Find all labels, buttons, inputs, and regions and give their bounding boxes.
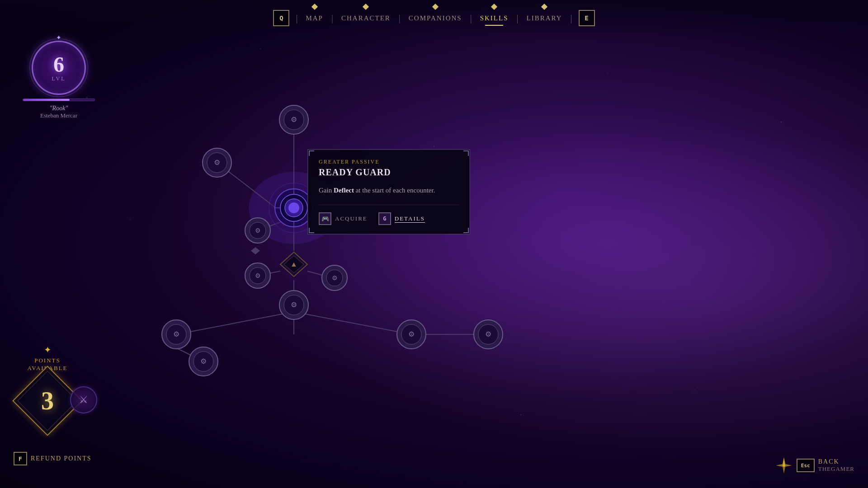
nav-key-e[interactable]: E	[579, 10, 595, 26]
svg-text:⚙: ⚙	[291, 116, 297, 123]
nav-item-map[interactable]: MAP	[300, 13, 329, 24]
xp-bar	[23, 99, 95, 101]
tooltip-type: GREATER PASSIVE	[319, 159, 459, 165]
acquire-icon: 🎮	[319, 212, 331, 225]
svg-text:⚙: ⚙	[485, 330, 491, 338]
character-panel: 6 LVL "Rook" Esteban Mercar	[23, 41, 95, 119]
skill-node-bottom-left-2[interactable]: ⚙	[189, 347, 218, 376]
corner-tr	[463, 150, 469, 156]
skill-node-bottomleft[interactable]: ⚙	[245, 218, 270, 243]
xp-bar-fill	[23, 99, 70, 101]
skill-tree-svg: ⚙ ⚙ ⚙	[0, 0, 868, 488]
nav-diamond-library	[541, 3, 547, 9]
nav-item-character[interactable]: CHARACTER	[336, 13, 396, 24]
acquire-action[interactable]: 🎮 ACQUIRE	[319, 212, 368, 225]
nav-sep-4: |	[470, 13, 472, 23]
tooltip-description: Gain Deflect at the start of each encoun…	[319, 185, 459, 196]
nav-sep-3: |	[399, 13, 401, 23]
svg-point-10	[288, 202, 299, 213]
nav-sep-2: |	[331, 13, 333, 23]
skill-node-bl-diamond[interactable]: ⚙	[245, 263, 270, 288]
nav-key-q[interactable]: Q	[273, 10, 289, 26]
points-panel: ✦ POINTS AVAILABLE 3	[23, 344, 72, 429]
skill-node-right[interactable]: ⚙	[397, 320, 426, 349]
nav-sep-6: |	[571, 13, 572, 23]
skill-node-left[interactable]: ⚙	[203, 148, 231, 177]
level-label: LVL	[52, 75, 66, 82]
svg-text:⚙: ⚙	[255, 227, 261, 234]
tooltip-divider	[319, 205, 459, 205]
svg-text:▲: ▲	[290, 260, 297, 268]
skill-node-top[interactable]: ⚙	[279, 105, 308, 134]
back-label: BACK	[818, 458, 854, 465]
compass-icon	[775, 456, 793, 474]
refund-key: F	[14, 452, 27, 465]
connector-arrow	[251, 247, 260, 254]
nav-diamond-skills	[491, 3, 497, 9]
nav-diamond-map	[311, 3, 318, 9]
nav-diamond-companions	[432, 3, 439, 9]
skill-node-far-left[interactable]: ⚙	[162, 320, 191, 349]
corner-tl	[309, 150, 314, 156]
svg-text:⚙: ⚙	[214, 159, 220, 166]
refund-button[interactable]: F REFUND POINTS	[14, 452, 92, 465]
points-star-icon: ✦	[44, 344, 52, 355]
details-action[interactable]: G DETAILS	[378, 212, 425, 225]
nav-diamond-character	[363, 3, 369, 9]
svg-text:⚙: ⚙	[291, 301, 297, 309]
svg-text:⚙: ⚙	[408, 330, 415, 338]
skill-node-far-right[interactable]: ⚙	[474, 320, 503, 349]
corner-br	[463, 228, 469, 233]
skill-node-br-diamond[interactable]: ⚙	[322, 265, 347, 291]
nav-sep-1: |	[296, 13, 297, 23]
nav-item-library[interactable]: LIBRARY	[521, 13, 568, 24]
tooltip-keyword: Deflect	[334, 187, 354, 194]
skill-node-bottom-center[interactable]: ⚙	[279, 291, 308, 319]
line-to-far-left	[176, 312, 294, 334]
nav-item-skills[interactable]: SKILLS	[475, 13, 514, 24]
esc-back-panel[interactable]: Esc BACK THEGAMER	[775, 456, 854, 474]
nav-item-companions[interactable]: COMPANIONS	[403, 13, 467, 24]
line-to-far-right	[294, 312, 411, 334]
character-fullname: Esteban Mercar	[40, 112, 77, 119]
level-circle: 6 LVL	[32, 41, 86, 95]
details-key: G	[378, 212, 391, 225]
nav-sep-5: |	[517, 13, 519, 23]
svg-text:⚙: ⚙	[332, 275, 338, 282]
skill-node-diamond[interactable]: ▲	[280, 252, 307, 277]
details-label: DETAILS	[395, 215, 425, 223]
character-nickname: "Rook"	[50, 105, 68, 112]
points-number: 3	[41, 386, 54, 415]
skill-tooltip: GREATER PASSIVE READY GUARD Gain Deflect…	[307, 149, 470, 235]
svg-text:⚙: ⚙	[173, 330, 179, 338]
svg-text:⚙: ⚙	[255, 272, 261, 279]
esc-key: Esc	[797, 459, 815, 472]
top-navigation: Q | MAP | CHARACTER | COMPANIONS | SKILL…	[0, 0, 868, 36]
acquire-label: ACQUIRE	[335, 215, 368, 222]
svg-text:⚙: ⚙	[200, 357, 207, 365]
watermark: THEGAMER	[818, 465, 854, 473]
refund-label: REFUND POINTS	[31, 455, 92, 462]
character-portrait-small	[70, 386, 97, 413]
skill-tree: ⚙ ⚙ ⚙	[0, 0, 868, 488]
svg-point-46	[783, 464, 785, 467]
tooltip-name: READY GUARD	[319, 167, 459, 178]
corner-bl	[309, 228, 314, 233]
level-number: 6	[53, 54, 64, 75]
tooltip-actions: 🎮 ACQUIRE G DETAILS	[319, 212, 459, 225]
